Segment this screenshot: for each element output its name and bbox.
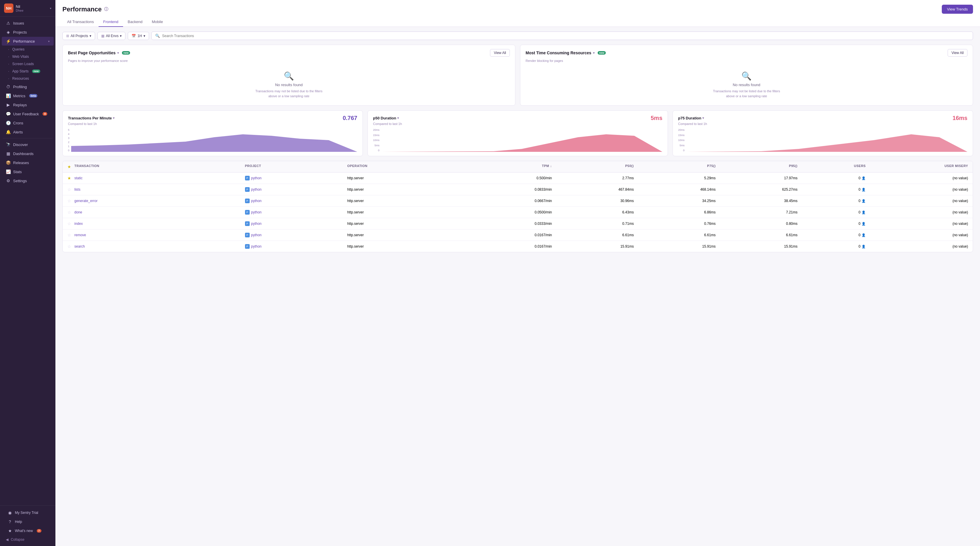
sidebar-item-help[interactable]: ? Help xyxy=(3,517,52,526)
star-cell[interactable]: ☆ xyxy=(67,232,75,238)
sidebar-item-dashboards[interactable]: ▦ Dashboards xyxy=(2,149,54,158)
project-cell: P python xyxy=(245,233,347,237)
sidebar-item-crons[interactable]: 🕐 Crons xyxy=(2,118,54,127)
sidebar-item-alerts[interactable]: 🔔 Alerts xyxy=(2,128,54,136)
sidebar-item-projects[interactable]: ◈ Projects xyxy=(2,28,54,37)
transaction-link[interactable]: search xyxy=(75,244,85,249)
sidebar-item-web-vitals[interactable]: Web Vitals xyxy=(2,53,54,60)
th-users[interactable]: USERS xyxy=(797,164,865,169)
th-p75[interactable]: P75() xyxy=(634,164,716,169)
th-p50[interactable]: P50() xyxy=(552,164,634,169)
th-project[interactable]: PROJECT xyxy=(245,164,347,169)
info-icon[interactable]: ⓘ xyxy=(104,7,108,12)
sidebar-item-metrics[interactable]: 📊 Metrics beta xyxy=(2,91,54,100)
star-empty-icon[interactable]: ☆ xyxy=(67,187,71,192)
dropdown-icon: ▾ xyxy=(120,34,122,38)
star-empty-icon[interactable]: ☆ xyxy=(67,210,71,215)
view-trends-button[interactable]: View Trends xyxy=(942,5,973,14)
th-tpm[interactable]: TPM ↓ xyxy=(449,164,552,169)
sidebar-item-whats-new[interactable]: ★ What's new 7 xyxy=(3,527,52,535)
star-empty-icon[interactable]: ☆ xyxy=(67,198,71,203)
star-filled-icon[interactable]: ★ xyxy=(67,176,71,180)
sidebar-item-app-starts[interactable]: App Starts new xyxy=(2,68,54,75)
transaction-cell: index xyxy=(75,222,245,226)
users-cell: 0 👤 xyxy=(797,233,865,237)
project-icon: P xyxy=(245,176,250,180)
th-transaction[interactable]: TRANSACTION xyxy=(75,164,245,169)
th-user-misery[interactable]: USER MISERY xyxy=(865,164,968,169)
star-cell[interactable]: ☆ xyxy=(67,187,75,192)
th-star: ★ xyxy=(67,164,75,169)
tab-frontend[interactable]: Frontend xyxy=(99,17,123,27)
sidebar-item-user-feedback[interactable]: 💬 User Feedback 8 xyxy=(2,110,54,118)
th-operation[interactable]: OPERATION xyxy=(347,164,450,169)
tab-all-transactions[interactable]: All Transactions xyxy=(62,17,99,27)
misery-cell: (no value) xyxy=(865,233,968,237)
sidebar-item-profiling[interactable]: ⏱ Profiling xyxy=(2,82,54,91)
star-cell[interactable]: ☆ xyxy=(67,210,75,215)
transaction-cell: done xyxy=(75,210,245,214)
all-envs-filter[interactable]: ▦ All Envs ▾ xyxy=(97,32,126,40)
dropdown-icon: ▾ xyxy=(89,34,91,38)
p95-cell: 7.21ms xyxy=(716,210,798,214)
project-link[interactable]: python xyxy=(251,233,262,237)
tpm-title[interactable]: Transactions Per Minute ▾ xyxy=(68,116,115,120)
project-link[interactable]: python xyxy=(251,176,262,180)
search-input[interactable] xyxy=(162,34,969,38)
p75-sub: Compared to last 1h xyxy=(678,122,967,126)
sidebar-item-issues[interactable]: ⚠ Issues xyxy=(2,19,54,27)
project-link[interactable]: python xyxy=(251,222,262,226)
p75-title[interactable]: p75 Duration ▾ xyxy=(678,116,704,120)
th-p95[interactable]: P95() xyxy=(716,164,798,169)
star-cell[interactable]: ☆ xyxy=(67,244,75,249)
transaction-link[interactable]: done xyxy=(75,210,82,214)
sidebar-item-discover[interactable]: 🔭 Discover xyxy=(2,140,54,149)
collapse-button[interactable]: ◀ Collapse xyxy=(2,535,54,544)
sidebar-item-label: User Feedback xyxy=(13,112,39,116)
most-consuming-view-all-button[interactable]: View All xyxy=(948,49,967,57)
sidebar-item-label: Dashboards xyxy=(13,152,33,156)
project-cell: P python xyxy=(245,176,347,180)
p75-cell: 6.61ms xyxy=(634,233,716,237)
best-page-title: Best Page Opportunities ▾ new xyxy=(68,51,130,55)
star-empty-icon[interactable]: ☆ xyxy=(67,244,71,249)
user-icon: 👤 xyxy=(862,222,865,226)
star-empty-icon[interactable]: ☆ xyxy=(67,233,71,237)
project-icon: P xyxy=(245,233,250,237)
transaction-link[interactable]: remove xyxy=(75,233,86,237)
transaction-link[interactable]: lists xyxy=(75,187,81,192)
project-link[interactable]: python xyxy=(251,244,262,249)
tab-backend[interactable]: Backend xyxy=(123,17,147,27)
star-empty-icon[interactable]: ☆ xyxy=(67,221,71,226)
sidebar-item-resources[interactable]: Resources xyxy=(2,75,54,82)
sidebar-item-performance[interactable]: ⚡ Performance ▾ xyxy=(2,37,54,46)
best-page-view-all-button[interactable]: View All xyxy=(490,49,510,57)
transaction-link[interactable]: generate_error xyxy=(75,199,97,203)
p75-cell: 15.91ms xyxy=(634,244,716,249)
sidebar-item-queries[interactable]: Queries xyxy=(2,46,54,53)
project-link[interactable]: python xyxy=(251,210,262,214)
misery-cell: (no value) xyxy=(865,187,968,192)
sidebar-item-my-sentry-trial[interactable]: ◉ My Sentry Trial xyxy=(3,508,52,517)
layers-icon: ⊞ xyxy=(66,34,69,38)
transaction-link[interactable]: index xyxy=(75,222,83,226)
sidebar-item-replays[interactable]: ▶ Replays xyxy=(2,101,54,109)
all-projects-filter[interactable]: ⊞ All Projects ▾ xyxy=(62,32,95,40)
star-cell[interactable]: ☆ xyxy=(67,198,75,203)
sidebar-item-releases[interactable]: 📦 Releases xyxy=(2,158,54,167)
sidebar-item-label: Metrics xyxy=(13,94,25,98)
sidebar-item-stats[interactable]: 📈 Stats xyxy=(2,167,54,176)
project-link[interactable]: python xyxy=(251,187,262,192)
star-cell[interactable]: ★ xyxy=(67,176,75,181)
time-filter[interactable]: 📅 1H ▾ xyxy=(128,32,149,40)
p50-title[interactable]: p50 Duration ▾ xyxy=(373,116,399,120)
sidebar-item-screen-loads[interactable]: Screen Loads xyxy=(2,61,54,67)
sub-item-label: Screen Loads xyxy=(12,62,34,66)
sidebar-item-label: What's new xyxy=(15,529,33,533)
transaction-link[interactable]: static xyxy=(75,176,83,180)
tab-mobile[interactable]: Mobile xyxy=(147,17,167,27)
sidebar-item-settings[interactable]: ⚙ Settings xyxy=(2,176,54,185)
org-header[interactable]: NH Nil Dhee ▾ xyxy=(0,0,56,17)
project-link[interactable]: python xyxy=(251,199,262,203)
star-cell[interactable]: ☆ xyxy=(67,221,75,226)
